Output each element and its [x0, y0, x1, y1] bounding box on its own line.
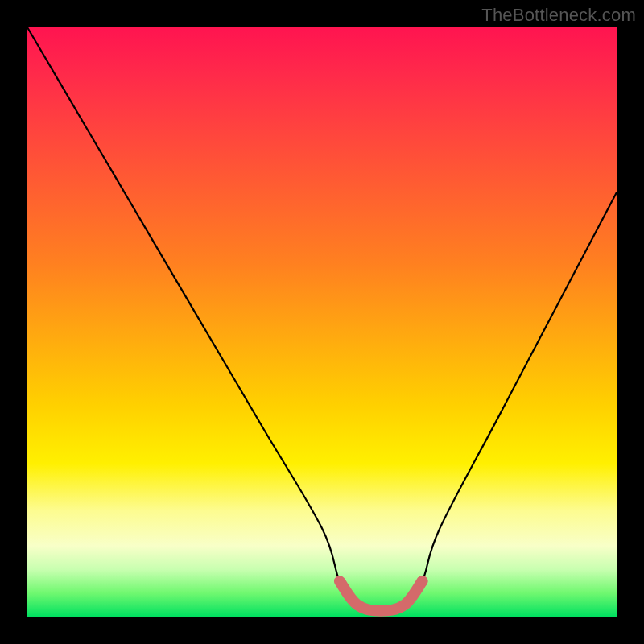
watermark-text: TheBottleneck.com [481, 5, 636, 26]
valley-highlight [340, 581, 422, 611]
valley-dot-icon [416, 576, 427, 587]
bottleneck-curve [27, 27, 617, 611]
chart-svg [27, 27, 617, 617]
